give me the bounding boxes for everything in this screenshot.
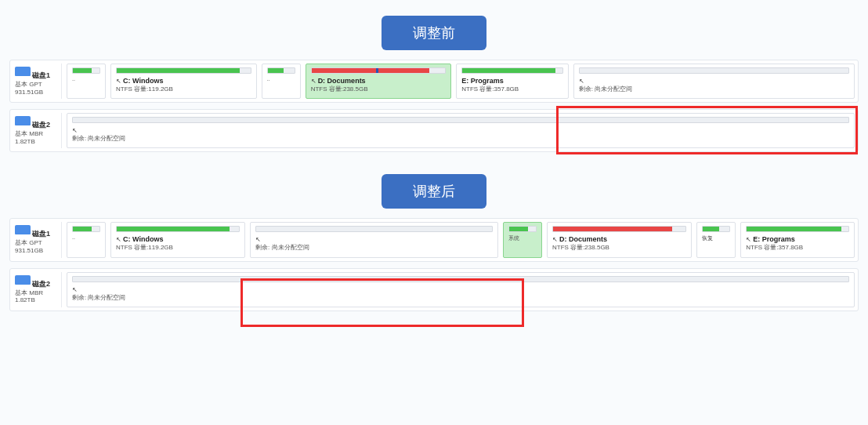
part-small-last-a[interactable]: 恢复 [696,222,736,257]
part-e-after[interactable]: ↖E: Programs NTFS 容量:357.8GB [740,222,855,257]
disk-label: 磁盘2 基本 MBR 1.82TB [13,272,62,307]
title-after: 调整后 [382,174,486,209]
disk-icon [15,67,31,76]
part-d-after[interactable]: ↖D: Documents NTFS 容量:238.5GB [547,222,692,257]
part-system-small[interactable]: .. [67,64,106,99]
arrow-icon: ↖ [552,236,558,243]
part-d-name-a: D: Documents [559,235,607,243]
disk-sub1: 基本 GPT [15,81,60,89]
before-disk2-row: 磁盘2 基本 MBR 1.82TB ↖ 剩余: 尚未分配空间 [9,109,859,152]
resize-marker[interactable] [376,67,378,74]
arrow-icon: ↖ [746,236,751,243]
disk-sub1: 基本 MBR [15,130,60,138]
disk-title: 磁盘2 [32,121,50,129]
part-e-info: NTFS 容量:357.8GB [461,85,562,93]
disk-sub2: 931.51GB [15,247,60,255]
part-small-mid[interactable]: .. [262,64,301,99]
arrow-icon: ↖ [311,78,316,85]
arrow-icon: ↖ [255,236,261,243]
part-c[interactable]: ↖C: Windows NTFS 容量:119.2GB [110,64,257,99]
disk-title: 磁盘2 [32,280,50,288]
part-d-name: D: Documents [318,77,366,85]
disk-icon [15,116,31,125]
part-c-after[interactable]: ↖C: Windows NTFS 容量:119.2GB [110,222,245,257]
part-free-info2: 剩余: 尚未分配空间 [72,134,849,143]
disk-sub2: 1.82TB [15,138,60,146]
part-free-disk2[interactable]: ↖ 剩余: 尚未分配空间 [67,113,855,148]
disk-label: 磁盘1 基本 GPT 931.51GB [13,64,62,99]
part-free-after[interactable]: ↖ 剩余: 尚未分配空间 [250,222,498,257]
before-disk1-row: 磁盘1 基本 GPT 931.51GB .. ↖C: Windows NTFS … [9,60,859,103]
disk-sub2: 931.51GB [15,89,60,96]
part-e-info-a: NTFS 容量:357.8GB [746,243,849,252]
disk-sub2: 1.82TB [15,296,60,304]
title-before: 调整前 [382,16,486,50]
arrow-icon: ↖ [116,78,121,85]
part-small-green-a[interactable]: 系统 [503,222,542,257]
part-free-disk2-a[interactable]: ↖ 剩余: 尚未分配空间 [67,272,855,307]
part-c-info-a: NTFS 容量:119.2GB [116,243,240,252]
part-d-info-a: NTFS 容量:238.5GB [552,243,686,252]
part-c-name: C: Windows [123,77,163,85]
disk-sub1: 基本 GPT [15,239,60,247]
part-e-name-a: E: Programs [753,235,795,243]
disk-icon [15,225,31,234]
arrow-icon: ↖ [72,127,78,134]
disk-title: 磁盘1 [32,71,50,79]
arrow-icon: ↖ [72,286,78,293]
part-c-info: NTFS 容量:119.2GB [116,85,251,93]
part-d-info: NTFS 容量:238.5GB [311,85,447,93]
part-system-small-a[interactable]: .. [67,222,106,257]
part-free[interactable]: ↖ 剩余: 尚未分配空间 [573,64,855,99]
after-disk2-row: 磁盘2 基本 MBR 1.82TB ↖ 剩余: 尚未分配空间 [9,268,859,311]
disk-icon [15,275,31,285]
after-disk1-row: 磁盘1 基本 GPT 931.51GB .. ↖C: Windows NTFS … [9,218,859,261]
arrow-icon: ↖ [116,236,121,243]
part-c-name-a: C: Windows [123,235,163,243]
part-free-info2-a: 剩余: 尚未分配空间 [72,293,849,302]
arrow-icon: ↖ [579,78,584,85]
disk-title: 磁盘1 [32,230,50,238]
disk-label: 磁盘2 基本 MBR 1.82TB [13,113,62,148]
disk-label: 磁盘1 基本 GPT 931.51GB [13,222,62,257]
part-free-info: 剩余: 尚未分配空间 [579,85,849,93]
part-free-info-a: 剩余: 尚未分配空间 [255,243,493,252]
part-e-name: E: Programs [461,77,504,85]
disk-sub1: 基本 MBR [15,289,60,297]
part-d-selected[interactable]: ↖D: Documents NTFS 容量:238.5GB [306,64,452,99]
part-e[interactable]: E: Programs NTFS 容量:357.8GB [456,64,568,99]
